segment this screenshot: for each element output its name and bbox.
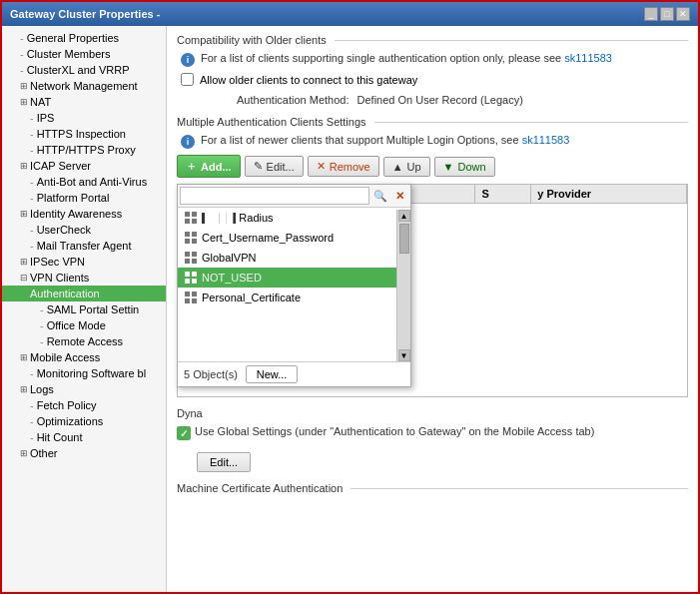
dropdown-item-not-used[interactable]: NOT_USED xyxy=(178,268,410,288)
grid-icon xyxy=(184,291,198,304)
sidebar-item-usercheck[interactable]: - UserCheck xyxy=(2,222,166,238)
sidebar-item-ipsec-vpn[interactable]: ⊞ IPSec VPN xyxy=(2,254,166,270)
svg-rect-4 xyxy=(185,232,190,237)
info-icon-1: i xyxy=(181,53,195,67)
grid-icon xyxy=(184,271,198,285)
sidebar-item-remote-access[interactable]: - Remote Access xyxy=(2,333,166,349)
dash-icon: - xyxy=(30,144,34,156)
sidebar-item-saml-portal[interactable]: - SAML Portal Settin xyxy=(2,301,166,317)
not-used-label: NOT_USED xyxy=(202,272,262,284)
svg-rect-6 xyxy=(185,239,190,244)
dropdown-item-personal-cert[interactable]: Personal_Certificate xyxy=(178,288,410,307)
close-button[interactable]: ✕ xyxy=(676,7,690,21)
dropdown-search-input[interactable] xyxy=(180,187,369,205)
dropdown-scrollbar: ▲ ▼ xyxy=(396,210,410,361)
sidebar-item-http-https-proxy[interactable]: - HTTP/HTTPS Proxy xyxy=(2,142,166,158)
clear-search-icon[interactable]: ✕ xyxy=(391,188,408,205)
sidebar-item-icap-server[interactable]: ⊞ ICAP Server xyxy=(2,158,166,174)
sidebar-item-mail-transfer-agent[interactable]: - Mail Transfer Agent xyxy=(2,238,166,254)
edit-button[interactable]: ✎ Edit... xyxy=(245,156,304,177)
info-row-1: i For a list of clients supporting singl… xyxy=(177,52,688,67)
dyna-label: Dyna xyxy=(177,407,203,419)
section2-title: Multiple Authentication Clients Settings xyxy=(177,116,688,128)
maximize-button[interactable]: □ xyxy=(660,7,674,21)
dash-icon: - xyxy=(30,399,34,411)
svg-rect-3 xyxy=(192,219,197,224)
grid-icon xyxy=(184,211,198,225)
new-button[interactable]: New... xyxy=(246,365,299,383)
dropdown-list: ████ Radius Cert_Username_Password xyxy=(178,208,410,361)
allow-older-clients-checkbox[interactable] xyxy=(181,73,194,86)
dash-icon: - xyxy=(20,64,24,76)
sidebar-item-optimizations[interactable]: - Optimizations xyxy=(2,413,166,429)
sidebar-item-nat[interactable]: ⊞ NAT xyxy=(2,94,166,110)
expand-icon: ⊟ xyxy=(20,273,28,283)
sidebar-item-monitoring[interactable]: - Monitoring Software bl xyxy=(2,365,166,381)
dash-icon: - xyxy=(30,367,34,379)
title-bar: Gateway Cluster Properties - _ □ ✕ xyxy=(2,2,698,26)
sidebar-item-network-management[interactable]: ⊞ Network Management xyxy=(2,78,166,94)
masked-label: ████ xyxy=(202,213,236,224)
info-text-2: For a list of newer clients that support… xyxy=(201,134,569,146)
svg-rect-8 xyxy=(185,252,190,257)
sidebar-item-clusterxl-vrrp[interactable]: - ClusterXL and VRRP xyxy=(2,62,166,78)
dash-icon: - xyxy=(30,192,34,204)
minimize-button[interactable]: _ xyxy=(644,7,658,21)
sidebar-item-mobile-access[interactable]: ⊞ Mobile Access xyxy=(2,349,166,365)
dropdown-item-globalvpn[interactable]: GlobalVPN xyxy=(178,248,410,268)
dynamic-section: Dyna ✓ Use Global Settings (under "Authe… xyxy=(177,407,688,472)
auth-method-row: Authentication Method: Defined On User R… xyxy=(177,94,688,106)
sidebar-item-hit-count[interactable]: - Hit Count xyxy=(2,429,166,445)
machine-cert-section: Machine Certificate Authentication xyxy=(177,482,688,494)
sidebar-item-identity-awareness[interactable]: ⊞ Identity Awareness xyxy=(2,206,166,222)
sidebar-item-other[interactable]: ⊞ Other xyxy=(2,445,166,461)
dropdown-item-empty-3[interactable] xyxy=(178,343,410,361)
content-panel: Compatibility with Older clients i For a… xyxy=(167,26,698,594)
globalvpn-label: GlobalVPN xyxy=(202,252,256,264)
up-button[interactable]: ▲ Up xyxy=(383,157,430,177)
dropdown-item-cert-username[interactable]: Cert_Username_Password xyxy=(178,228,410,248)
dash-icon: - xyxy=(20,32,24,44)
add-button[interactable]: ＋ Add... xyxy=(177,155,241,178)
scrollbar-down-btn[interactable]: ▼ xyxy=(398,349,410,361)
info-icon-2: i xyxy=(181,135,195,149)
up-arrow-icon: ▲ xyxy=(392,161,403,173)
svg-rect-9 xyxy=(192,252,197,257)
sidebar-item-platform-portal[interactable]: - Platform Portal xyxy=(2,190,166,206)
dash-icon: - xyxy=(40,335,44,347)
sidebar-item-office-mode[interactable]: - Office Mode xyxy=(2,317,166,333)
edit-button-2[interactable]: Edit... xyxy=(197,452,251,472)
auth-method-value: Defined On User Record (Legacy) xyxy=(357,94,523,106)
info-link-1[interactable]: sk111583 xyxy=(564,52,612,64)
sidebar-item-ips[interactable]: - IPS xyxy=(2,110,166,126)
pencil-icon: ✎ xyxy=(254,160,263,173)
dropdown-item-empty-2[interactable] xyxy=(178,325,410,343)
dropdown-item-empty-1[interactable] xyxy=(178,307,410,325)
search-icon[interactable]: 🔍 xyxy=(369,188,391,205)
sidebar-item-general-properties[interactable]: - General Properties xyxy=(2,30,166,46)
sidebar-item-anti-bot[interactable]: - Anti-Bot and Anti-Virus xyxy=(2,174,166,190)
sidebar-item-authentication[interactable]: Authentication xyxy=(2,286,166,301)
sidebar-item-vpn-clients[interactable]: ⊟ VPN Clients xyxy=(2,270,166,286)
objects-count: 5 Object(s) xyxy=(184,368,238,380)
use-global-row: Dyna xyxy=(177,407,688,419)
svg-rect-13 xyxy=(192,272,197,277)
expand-icon: ⊞ xyxy=(20,97,28,107)
dropdown-item-radius[interactable]: ████ Radius xyxy=(178,208,410,228)
scrollbar-up-btn[interactable]: ▲ xyxy=(398,210,410,222)
window-controls[interactable]: _ □ ✕ xyxy=(644,7,690,21)
section1-title: Compatibility with Older clients xyxy=(177,34,688,46)
svg-rect-19 xyxy=(192,298,197,303)
x-icon: ✕ xyxy=(317,160,326,173)
scrollbar-thumb[interactable] xyxy=(399,224,409,254)
info-link-2[interactable]: sk111583 xyxy=(522,134,570,146)
remove-button[interactable]: ✕ Remove xyxy=(308,156,379,177)
dash-icon: - xyxy=(30,112,34,124)
sidebar-item-fetch-policy[interactable]: - Fetch Policy xyxy=(2,397,166,413)
info-text-1: For a list of clients supporting single … xyxy=(201,52,612,64)
use-global-settings-row: ✓ Use Global Settings (under "Authentica… xyxy=(177,425,688,440)
down-button[interactable]: ▼ Down xyxy=(434,157,495,177)
sidebar-item-https-inspection[interactable]: - HTTPS Inspection xyxy=(2,126,166,142)
sidebar-item-cluster-members[interactable]: - Cluster Members xyxy=(2,46,166,62)
sidebar-item-logs[interactable]: ⊞ Logs xyxy=(2,381,166,397)
